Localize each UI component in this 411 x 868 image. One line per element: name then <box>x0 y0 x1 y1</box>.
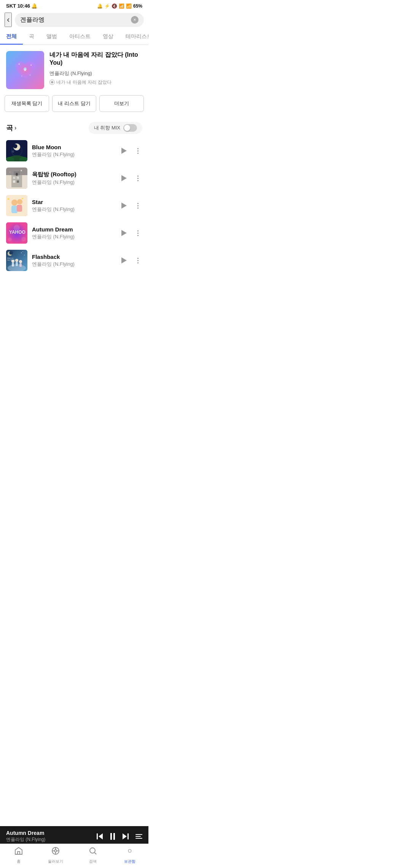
list-item: YAHOO Autumn Dream 엔플라잉 (N.Flying) <box>0 219 148 247</box>
tab-themarist[interactable]: 테마리스트 <box>119 29 148 45</box>
svg-point-30 <box>17 199 22 204</box>
play-triangle-icon <box>121 257 127 263</box>
song-thumbnail-2[interactable] <box>6 168 27 189</box>
song-thumbnail-3[interactable] <box>6 195 27 216</box>
featured-thumbnail[interactable] <box>6 51 44 89</box>
svg-point-1 <box>24 67 27 70</box>
svg-rect-21 <box>13 180 15 183</box>
song-thumbnail-4[interactable]: YAHOO <box>6 222 27 244</box>
more-dot <box>137 230 139 231</box>
svg-point-15 <box>13 144 18 148</box>
song-info-3: Star 엔플라잉 (N.Flying) <box>32 199 114 213</box>
svg-point-37 <box>8 238 12 241</box>
list-item: Star 엔플라잉 (N.Flying) <box>0 192 148 219</box>
album-icon <box>49 80 55 85</box>
mix-toggle-switch[interactable] <box>123 124 137 132</box>
more-dot <box>137 258 139 259</box>
play-button-3[interactable] <box>119 200 129 211</box>
alarm-icon: 🔔 <box>97 3 103 9</box>
svg-point-3 <box>30 64 32 66</box>
wifi-icon: 📶 <box>119 3 124 9</box>
song-thumbnail-5[interactable]: Man on the Moon <box>6 250 27 271</box>
song-artist-4: 엔플라잉 (N.Flying) <box>32 233 114 240</box>
svg-point-5 <box>30 75 31 76</box>
list-item: 옥탑방 (Rooftop) 엔플라잉 (N.Flying) <box>0 164 148 192</box>
more-options-button-3[interactable] <box>133 201 142 210</box>
svg-text:the Moon: the Moon <box>7 259 15 261</box>
more-options-button-5[interactable] <box>133 256 142 265</box>
song-thumbnail-1[interactable] <box>6 140 27 161</box>
song-actions-4 <box>119 228 142 238</box>
more-dot <box>137 176 139 177</box>
song-artist-1: 엔플라잉 (N.Flying) <box>32 151 114 158</box>
more-options-button-4[interactable] <box>133 228 142 238</box>
song-name-1: Blue Moon <box>32 144 114 150</box>
more-dot <box>137 262 139 263</box>
play-button-2[interactable] <box>119 173 129 183</box>
more-dot <box>137 150 139 152</box>
play-triangle-icon <box>121 203 127 209</box>
svg-point-51 <box>22 251 23 252</box>
more-dot <box>137 180 139 181</box>
song-name-4: Autumn Dream <box>32 226 114 233</box>
song-info-5: Flashback 엔플라잉 (N.Flying) <box>32 254 114 268</box>
song-list: Blue Moon 엔플라잉 (N.Flying) <box>0 137 148 305</box>
more-dot <box>137 260 139 261</box>
song-name-3: Star <box>32 199 114 205</box>
play-button-5[interactable] <box>119 255 129 266</box>
song-artist-5: 엔플라잉 (N.Flying) <box>32 261 114 268</box>
play-button-4[interactable] <box>119 228 129 238</box>
tab-artist[interactable]: 아티스트 <box>63 29 97 45</box>
more-dot <box>137 178 139 179</box>
add-to-playlist-button[interactable]: 재생목록 담기 <box>5 95 49 112</box>
more-button[interactable]: 더보기 <box>99 95 144 112</box>
song-info-1: Blue Moon 엔플라잉 (N.Flying) <box>32 144 114 158</box>
more-dot <box>137 235 139 236</box>
svg-point-49 <box>21 252 22 253</box>
tab-song[interactable]: 곡 <box>23 29 40 45</box>
svg-point-45 <box>19 260 22 263</box>
svg-point-50 <box>24 255 25 255</box>
svg-point-43 <box>15 259 18 262</box>
list-item: Man on the Moon Flashback 엔플라잉 (N.Flying… <box>0 247 148 274</box>
chevron-right-icon: › <box>14 124 16 131</box>
svg-rect-31 <box>17 205 22 212</box>
featured-info: 네가 내 마음에 자리 잡았다 (Into You) 엔플라잉 (N.Flyin… <box>49 51 142 86</box>
more-dot <box>137 203 139 204</box>
svg-rect-20 <box>17 177 19 179</box>
more-dot <box>137 153 139 154</box>
add-to-mylist-button[interactable]: 내 리스트 담기 <box>52 95 97 112</box>
tab-album[interactable]: 앨범 <box>40 29 63 45</box>
more-options-button-1[interactable] <box>133 146 142 155</box>
mix-toggle[interactable]: 내 취향 MIX <box>89 122 142 134</box>
bluetooth-icon: ⚡ <box>104 3 110 9</box>
svg-rect-44 <box>16 262 18 266</box>
song-actions-2 <box>119 173 142 183</box>
featured-album: 네가 내 마음에 자리 잡았다 <box>49 79 142 86</box>
status-icons: 🔔 ⚡ 🔇 📶 📶 65% <box>97 3 142 9</box>
play-triangle-icon <box>121 230 127 236</box>
more-dot <box>137 205 139 206</box>
svg-rect-27 <box>6 195 27 216</box>
play-triangle-icon <box>121 175 127 181</box>
back-button[interactable]: ‹ <box>5 13 12 27</box>
mix-label: 내 취향 MIX <box>94 124 120 131</box>
song-actions-3 <box>119 200 142 211</box>
song-actions-1 <box>119 145 142 156</box>
song-name-5: Flashback <box>32 254 114 260</box>
search-input-wrap[interactable]: 겐플라엥 × <box>15 13 144 27</box>
songs-section-title[interactable]: 곡 › <box>6 123 16 132</box>
battery-text: 65% <box>133 3 142 9</box>
clear-button[interactable]: × <box>131 16 139 24</box>
song-info-4: Autumn Dream 엔플라잉 (N.Flying) <box>32 226 114 240</box>
svg-rect-29 <box>11 206 18 213</box>
play-button-1[interactable] <box>119 145 129 156</box>
tab-all[interactable]: 전체 <box>0 29 23 45</box>
svg-point-25 <box>10 172 10 172</box>
song-name-2: 옥탑방 (Rooftop) <box>32 171 114 178</box>
more-options-button-2[interactable] <box>133 174 142 183</box>
more-dot <box>137 233 139 234</box>
search-query: 겐플라엥 <box>20 16 131 24</box>
tab-video[interactable]: 영상 <box>97 29 119 45</box>
svg-point-2 <box>19 64 20 65</box>
